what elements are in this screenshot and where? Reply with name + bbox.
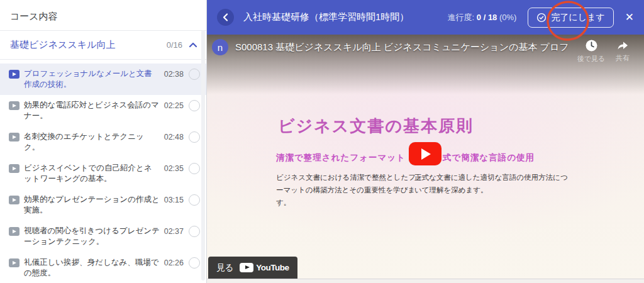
course-title: 入社時基礎研修（標準学習時間1時間） [243, 11, 448, 23]
mark-complete-label: 完了にします [551, 12, 604, 23]
video-title[interactable]: S000813 基礎ビジネススキル向上 ビジネスコミュニケーションの基本 プロフ… [235, 42, 569, 53]
lesson-item-5[interactable]: 効果的なプレゼンテーションの作成と実施。 03:15 [0, 189, 206, 221]
share-icon [616, 39, 630, 52]
slide-col2-heading: 式で簡潔な言語の使用 [443, 152, 535, 164]
play-icon [9, 227, 19, 236]
lesson-duration: 02:26 [164, 258, 184, 267]
player-bottom-strip [207, 279, 644, 283]
lesson-title: プロフェッショナルなメールと文書作成の技術。 [24, 69, 160, 90]
lesson-duration: 02:38 [164, 70, 184, 79]
lesson-title: 効果的なプレゼンテーションの作成と実施。 [24, 194, 160, 216]
lesson-item-6[interactable]: 視聴者の関心を引きつけるプレゼンテーションテクニック。 02:37 [0, 221, 206, 252]
check-circle-icon [536, 13, 547, 23]
course-section-header[interactable]: 基礎ビジネススキル向上 0/16 [0, 31, 206, 60]
lesson-duration: 02:35 [164, 164, 184, 173]
play-icon [9, 258, 19, 267]
clock-icon [585, 39, 598, 52]
section-progress-count: 0/16 [167, 40, 182, 50]
lesson-list: プロフェッショナルなメールと文書作成の技術。 02:38 効果的な電話応対とビジ… [0, 60, 206, 283]
play-icon [9, 70, 19, 79]
back-button[interactable] [217, 9, 234, 26]
watch-later-label: 後で見る [577, 54, 606, 64]
lesson-item-2[interactable]: 効果的な電話応対とビジネス会話のマナー。 02:25 [0, 95, 206, 126]
slide-col1-body: ビジネス文書における清潔で整然としたフォーマットの構築方法とその重要性を学びます… [276, 171, 425, 209]
play-icon [9, 196, 19, 204]
lesson-item-7[interactable]: 礼儀正しい挨拶、身だしなみ、職場での態度。 02:26 [0, 252, 206, 283]
player-panel: 入社時基礎研修（標準学習時間1時間） 進行度: 0 / 18 (0%) 完了にし… [207, 0, 644, 283]
lesson-item-4[interactable]: ビジネスイベントでの自己紹介とネットワーキングの基本。 02:35 [0, 158, 206, 189]
completion-circle-icon [189, 131, 200, 143]
video-header: n S000813 基礎ビジネススキル向上 ビジネスコミュニケーションの基本 プ… [207, 35, 644, 64]
lesson-title: 視聴者の関心を引きつけるプレゼンテーションテクニック。 [24, 226, 160, 247]
youtube-play-badge-icon [240, 263, 253, 272]
youtube-wordmark: YouTube [256, 263, 289, 272]
lesson-title: 名刺交換のエチケットとテクニック。 [24, 131, 160, 153]
progress-value: 0 / 18 [477, 13, 497, 22]
lesson-item-1[interactable]: プロフェッショナルなメールと文書作成の技術。 02:38 [0, 64, 206, 95]
sidebar-scrollbar[interactable] [201, 30, 205, 280]
course-topbar: 入社時基礎研修（標準学習時間1時間） 進行度: 0 / 18 (0%) 完了にし… [207, 0, 644, 35]
share-button[interactable]: 共有 [608, 39, 638, 63]
completion-circle-icon [189, 100, 200, 111]
share-label: 共有 [616, 53, 630, 63]
sidebar-title: コース内容 [0, 0, 206, 31]
lesson-title: 効果的な電話応対とビジネス会話のマナー。 [24, 100, 160, 121]
lesson-duration: 03:15 [164, 196, 184, 204]
close-icon[interactable]: ✕ [625, 12, 634, 23]
slide-col1-heading: 清潔で整理されたフォーマット [276, 152, 406, 164]
play-icon [9, 133, 19, 142]
course-sidebar: コース内容 基礎ビジネススキル向上 0/16 プロフェッショナルなメールと文書作… [0, 0, 207, 283]
elearning-app: コース内容 基礎ビジネススキル向上 0/16 プロフェッショナルなメールと文書作… [0, 0, 644, 283]
lesson-duration: 02:48 [164, 133, 184, 142]
chevron-left-icon [223, 13, 228, 21]
lesson-title: ビジネスイベントでの自己紹介とネットワーキングの基本。 [24, 163, 160, 184]
lesson-title: 礼儀正しい挨拶、身だしなみ、職場での態度。 [24, 257, 160, 279]
slide-col2-body: 正式な文書に適した適切な言語の使用方法について理解を深めます。 [414, 171, 568, 196]
lesson-duration: 02:37 [164, 227, 184, 236]
video-player[interactable]: ビジネス文書の基本原則 清潔で整理されたフォーマット 式で簡潔な言語の使用 ビジ… [207, 35, 644, 279]
mark-complete-button[interactable]: 完了にします [528, 8, 613, 28]
watch-on-youtube-link[interactable]: 見る YouTube [208, 257, 297, 279]
progress-indicator: 進行度: 0 / 18 (0%) [448, 12, 517, 23]
watch-label: 見る [216, 262, 233, 274]
youtube-logo-icon: YouTube [240, 263, 289, 272]
progress-label: 進行度: [448, 13, 475, 22]
play-icon [9, 164, 19, 173]
slide-title: ビジネス文書の基本原則 [278, 115, 474, 137]
completion-circle-icon [189, 163, 200, 174]
lesson-duration: 02:25 [164, 101, 184, 110]
play-icon [9, 101, 19, 110]
completion-circle-icon [189, 194, 200, 206]
channel-avatar[interactable]: n [212, 39, 228, 55]
watch-later-button[interactable]: 後で見る [576, 39, 606, 64]
lesson-item-3[interactable]: 名刺交換のエチケットとテクニック。 02:48 [0, 126, 206, 158]
completion-circle-icon [189, 226, 200, 237]
progress-percent: (0%) [499, 13, 516, 22]
completion-circle-icon [189, 257, 200, 269]
chevron-up-icon [189, 42, 197, 48]
youtube-play-button[interactable] [409, 142, 441, 165]
section-label: 基礎ビジネススキル向上 [10, 39, 167, 51]
completion-circle-icon [189, 69, 200, 80]
